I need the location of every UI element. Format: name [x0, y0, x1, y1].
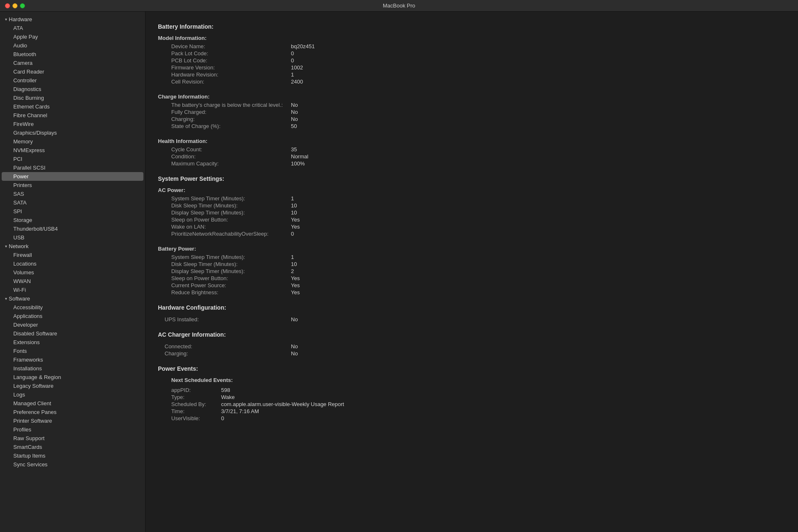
sidebar-item-parallel-scsi[interactable]: Parallel SCSI — [0, 163, 145, 172]
sidebar-item-usb[interactable]: USB — [0, 233, 145, 242]
sidebar-section-network[interactable]: ▾ Network — [0, 242, 145, 251]
sidebar-item-disc-burning[interactable]: Disc Burning — [0, 94, 145, 102]
sidebar-item-printer-software[interactable]: Printer Software — [0, 416, 145, 425]
bp-sleep-power-btn-label: Sleep on Power Button: — [158, 275, 291, 281]
info-row: Sleep on Power Button: Yes — [158, 216, 786, 223]
time-value: 3/7/21, 7:16 AM — [221, 408, 259, 414]
ups-installed-label: UPS Installed: — [158, 316, 291, 323]
minimize-button[interactable] — [12, 3, 17, 8]
sidebar-item-ata[interactable]: ATA — [0, 24, 145, 32]
sidebar-item-legacy-software[interactable]: Legacy Software — [0, 382, 145, 390]
sidebar-item-logs[interactable]: Logs — [0, 390, 145, 399]
sidebar-item-applications[interactable]: Applications — [0, 312, 145, 320]
model-info-title: Model Information: — [158, 35, 786, 41]
info-row: UPS Installed: No — [158, 316, 786, 323]
page-title: Battery Information: — [158, 23, 786, 30]
sidebar-item-preference-panes[interactable]: Preference Panes — [0, 408, 145, 416]
type-label: Type: — [171, 394, 221, 400]
sidebar-item-controller[interactable]: Controller — [0, 76, 145, 85]
sidebar-section-software[interactable]: ▾ Software — [0, 294, 145, 303]
network-section-label: Network — [9, 243, 29, 249]
window-title: MacBook Pro — [383, 2, 415, 9]
sidebar-item-installations[interactable]: Installations — [0, 364, 145, 373]
software-arrow-icon: ▾ — [5, 296, 7, 301]
sidebar-item-card-reader[interactable]: Card Reader — [0, 67, 145, 76]
sidebar-item-profiles[interactable]: Profiles — [0, 425, 145, 434]
sidebar-item-volumes[interactable]: Volumes — [0, 268, 145, 277]
sidebar-item-bluetooth[interactable]: Bluetooth — [0, 50, 145, 59]
sidebar-item-power[interactable]: Power — [2, 172, 143, 181]
ac-wake-lan-value: Yes — [291, 224, 300, 230]
firmware-value: 1002 — [291, 64, 303, 71]
info-row: PCB Lot Code: 0 — [158, 57, 786, 64]
ac-disk-sleep-value: 10 — [291, 202, 297, 209]
sidebar-item-raw-support[interactable]: Raw Support — [0, 434, 145, 443]
sidebar-item-accessibility[interactable]: Accessibility — [0, 303, 145, 312]
ac-power-block: AC Power: System Sleep Timer (Minutes): … — [158, 187, 786, 237]
main-layout: ▾ Hardware ATA Apple Pay Audio Bluetooth… — [0, 12, 798, 532]
info-row: Current Power Source: Yes — [158, 282, 786, 289]
pcb-lot-value: 0 — [291, 57, 294, 64]
sidebar-item-firewire[interactable]: FireWire — [0, 120, 145, 128]
sidebar-item-ethernet-cards[interactable]: Ethernet Cards — [0, 102, 145, 111]
sidebar-item-disabled-software[interactable]: Disabled Software — [0, 329, 145, 338]
sidebar-section-hardware[interactable]: ▾ Hardware — [0, 15, 145, 24]
maximize-button[interactable] — [20, 3, 25, 8]
sidebar-item-audio[interactable]: Audio — [0, 41, 145, 50]
sidebar-item-graphics-displays[interactable]: Graphics/Displays — [0, 128, 145, 137]
battery-power-block: Battery Power: System Sleep Timer (Minut… — [158, 246, 786, 296]
info-row: Hardware Revision: 1 — [158, 71, 786, 78]
ac-charger-title: AC Charger Information: — [158, 331, 786, 338]
sidebar-item-spi[interactable]: SPI — [0, 207, 145, 216]
sidebar-item-sync-services[interactable]: Sync Services — [0, 460, 145, 469]
device-name-value: bq20z451 — [291, 43, 315, 49]
sidebar-item-camera[interactable]: Camera — [0, 59, 145, 67]
sidebar-item-thunderbolt[interactable]: Thunderbolt/USB4 — [0, 224, 145, 233]
device-name-label: Device Name: — [158, 43, 291, 49]
bp-sleep-power-btn-value: Yes — [291, 275, 300, 281]
close-button[interactable] — [5, 3, 10, 8]
sidebar-item-nvmexpress[interactable]: NVMExpress — [0, 146, 145, 155]
event-block: appPID: 598 Type: Wake Scheduled By: com… — [158, 387, 786, 422]
info-row: Fully Charged: No — [158, 108, 786, 116]
network-arrow-icon: ▾ — [5, 244, 7, 249]
bp-disk-sleep-label: Disk Sleep Timer (Minutes): — [158, 261, 291, 267]
hardware-config-block: UPS Installed: No — [158, 316, 786, 323]
sidebar-item-fibre-channel[interactable]: Fibre Channel — [0, 111, 145, 120]
sidebar-item-printers[interactable]: Printers — [0, 181, 145, 190]
bp-reduce-brightness-label: Reduce Brightness: — [158, 289, 291, 296]
sidebar-item-frameworks[interactable]: Frameworks — [0, 355, 145, 364]
ac-sleep-power-btn-value: Yes — [291, 217, 300, 223]
critical-charge-value: No — [291, 102, 298, 108]
sidebar-item-startup-items[interactable]: Startup Items — [0, 451, 145, 460]
fully-charged-value: No — [291, 109, 298, 115]
ac-display-sleep-label: Display Sleep Timer (Minutes): — [158, 209, 291, 216]
sidebar-item-developer[interactable]: Developer — [0, 320, 145, 329]
sidebar-item-sas[interactable]: SAS — [0, 190, 145, 198]
sidebar-item-sata[interactable]: SATA — [0, 198, 145, 207]
sidebar-item-pci[interactable]: PCI — [0, 155, 145, 163]
info-row: Condition: Normal — [158, 153, 786, 160]
sidebar-item-wwan[interactable]: WWAN — [0, 277, 145, 286]
sidebar-item-smartcards[interactable]: SmartCards — [0, 443, 145, 451]
ac-system-sleep-label: System Sleep Timer (Minutes): — [158, 195, 291, 202]
sidebar-item-locations[interactable]: Locations — [0, 259, 145, 268]
ac-display-sleep-value: 10 — [291, 209, 297, 216]
fully-charged-label: Fully Charged: — [158, 109, 291, 115]
user-visible-label: UserVisible: — [171, 415, 221, 421]
sidebar-item-language-region[interactable]: Language & Region — [0, 373, 145, 382]
sidebar-item-diagnostics[interactable]: Diagnostics — [0, 85, 145, 94]
sidebar-item-wi-fi[interactable]: Wi-Fi — [0, 286, 145, 294]
hardware-section-label: Hardware — [9, 16, 32, 22]
ac-connected-label: Connected: — [158, 343, 291, 350]
sidebar-item-fonts[interactable]: Fonts — [0, 347, 145, 355]
sidebar-item-apple-pay[interactable]: Apple Pay — [0, 32, 145, 41]
sidebar-item-memory[interactable]: Memory — [0, 137, 145, 146]
event-row-apppid: appPID: 598 — [171, 387, 786, 394]
sidebar-item-storage[interactable]: Storage — [0, 216, 145, 224]
sidebar-item-extensions[interactable]: Extensions — [0, 338, 145, 347]
sidebar-item-managed-client[interactable]: Managed Client — [0, 399, 145, 408]
charging-value: No — [291, 116, 298, 122]
sidebar-item-firewall[interactable]: Firewall — [0, 251, 145, 259]
pack-lot-value: 0 — [291, 50, 294, 57]
